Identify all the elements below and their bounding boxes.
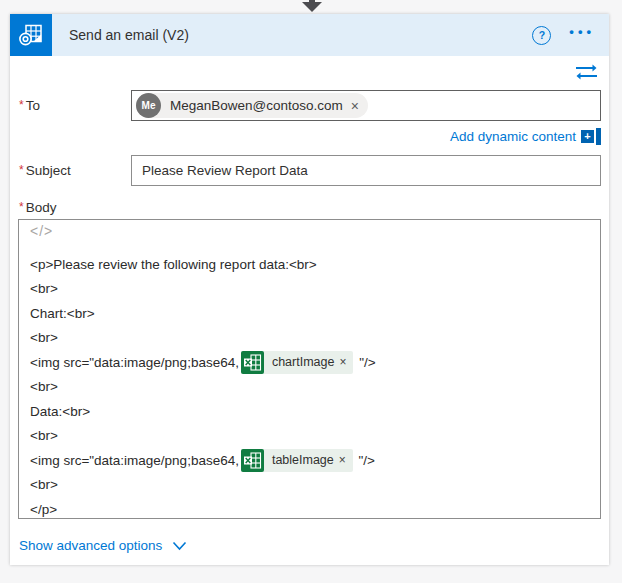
- token-remove-icon[interactable]: ×: [339, 356, 353, 368]
- token-remove-icon[interactable]: ×: [339, 454, 353, 466]
- body-code-line: <br>: [30, 375, 590, 400]
- to-field-label: *To: [18, 90, 131, 113]
- body-code-line: </p>: [30, 497, 590, 519]
- required-marker: *: [19, 163, 24, 177]
- code-text: <p>Please review the following report da…: [30, 257, 317, 272]
- subject-field-label: *Subject: [18, 155, 131, 178]
- send-email-action-card: Send an email (V2) ? ••• *To Me: [10, 14, 609, 565]
- excel-icon: [241, 449, 264, 472]
- body-code-line: <p>Please review the following report da…: [30, 252, 590, 277]
- code-view-icon[interactable]: </>: [30, 223, 590, 245]
- dynamic-content-token[interactable]: tableImage ×: [241, 449, 353, 472]
- action-card-body: *To Me MeganBowen@contoso.com × Add dyna…: [10, 63, 609, 553]
- remove-recipient-icon[interactable]: ×: [351, 99, 359, 113]
- recipient-avatar: Me: [136, 93, 161, 118]
- ellipsis-menu-icon[interactable]: •••: [569, 27, 595, 43]
- excel-icon: [241, 351, 264, 374]
- body-code-content: <p>Please review the following report da…: [30, 252, 590, 519]
- code-text: Data:<br>: [30, 404, 90, 419]
- to-input[interactable]: Me MeganBowen@contoso.com ×: [131, 90, 601, 121]
- body-code-line: <br>: [30, 326, 590, 351]
- action-header-bar: Send an email (V2) ? •••: [52, 14, 609, 56]
- subject-input[interactable]: Please Review Report Data: [131, 155, 601, 186]
- body-code-line: <img src="data:image/png;base64, chartIm…: [30, 350, 590, 375]
- code-text: <img src="data:image/png;base64,: [30, 355, 239, 370]
- token-label: tableImage: [264, 453, 339, 467]
- body-code-line: <br>: [30, 424, 590, 449]
- code-text: <br>: [30, 379, 58, 394]
- add-dynamic-content-icon[interactable]: +: [581, 128, 601, 145]
- switch-to-input-array-icon[interactable]: [575, 63, 598, 84]
- required-marker: *: [19, 200, 24, 214]
- action-title: Send an email (V2): [69, 27, 532, 43]
- body-code-line: Data:<br>: [30, 399, 590, 424]
- dynamic-content-token[interactable]: chartImage ×: [241, 351, 354, 374]
- recipient-chip[interactable]: Me MeganBowen@contoso.com ×: [136, 93, 368, 118]
- help-icon[interactable]: ?: [532, 26, 551, 45]
- token-label: chartImage: [264, 355, 340, 369]
- code-text: <br>: [30, 281, 58, 296]
- code-text: <img src="data:image/png;base64,: [30, 453, 239, 468]
- code-text: </p>: [30, 502, 57, 517]
- chevron-down-icon: [172, 541, 187, 551]
- body-code-line: <br>: [30, 473, 590, 498]
- body-field-label: *Body: [18, 200, 601, 215]
- code-text: "/>: [355, 355, 375, 370]
- outlook-icon: [10, 14, 52, 56]
- flow-connector-arrow: [302, 0, 322, 13]
- code-text: "/>: [355, 453, 375, 468]
- code-text: <br>: [30, 428, 58, 443]
- add-dynamic-content-link[interactable]: Add dynamic content: [450, 129, 576, 144]
- action-card-header[interactable]: Send an email (V2) ? •••: [10, 14, 609, 56]
- code-text: <br>: [30, 330, 58, 345]
- show-advanced-options-link[interactable]: Show advanced options: [18, 538, 601, 553]
- body-code-line: Chart:<br>: [30, 301, 590, 326]
- required-marker: *: [19, 98, 24, 112]
- body-code-line: <br>: [30, 277, 590, 302]
- body-input[interactable]: </> <p>Please review the following repor…: [18, 219, 601, 519]
- subject-value: Please Review Report Data: [142, 163, 308, 178]
- recipient-email: MeganBowen@contoso.com: [170, 98, 343, 113]
- code-text: <br>: [30, 477, 58, 492]
- body-code-line: <img src="data:image/png;base64, tableIm…: [30, 448, 590, 473]
- code-text: Chart:<br>: [30, 306, 95, 321]
